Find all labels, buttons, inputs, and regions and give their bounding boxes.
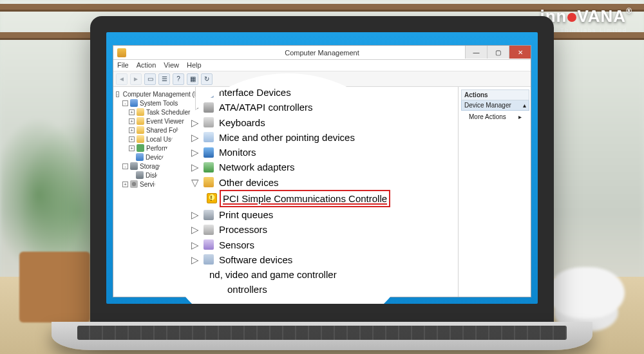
keyboard [77,326,567,340]
app-icon [117,48,126,57]
tools-icon [130,99,138,107]
actions-section-label: Device Manager [464,102,511,109]
mouse-icon [204,132,214,142]
expand-icon[interactable]: + [122,182,128,187]
folder-icon [137,135,144,143]
close-button[interactable]: ✕ [509,46,531,59]
cpu-icon [204,225,214,235]
tree-system-tools[interactable]: System Tools [140,100,178,107]
dev-label: Print queues [219,207,273,222]
menu-view[interactable]: View [164,61,179,70]
dev-cat-monitors[interactable]: ▷Monitors [191,145,410,160]
menu-action[interactable]: Action [137,61,156,70]
printer-icon [204,210,214,220]
show-hide-tree-button[interactable]: ▭ [144,73,156,85]
ata-icon [204,102,214,113]
expand-icon[interactable]: ▽ [191,175,198,190]
menu-file[interactable]: File [117,61,129,70]
expand-icon[interactable]: + [129,118,135,124]
help-button[interactable]: ? [173,73,184,85]
dev-label: Monitors [219,145,256,160]
scan-button[interactable]: ▦ [187,73,198,85]
dev-label-highlighted: PCI Simple Communications Controlle [220,190,390,207]
collapse-icon[interactable]: ▷ [191,238,198,252]
maximize-button[interactable]: ▢ [487,46,509,59]
collapse-icon[interactable]: ▷ [191,115,198,130]
dev-label: nd, video and game controller [209,267,337,282]
more-actions-label: More Actions [469,113,506,120]
folder-icon [137,108,144,116]
services-icon [130,180,138,188]
device-mgr-icon [136,153,144,161]
titlebar[interactable]: Computer Management — ▢ ✕ [113,46,531,60]
sensor-icon [204,239,214,250]
dev-cat-keyboards[interactable]: ▷Keyboards [191,115,410,130]
laptop: Computer Management — ▢ ✕ File Action Vi… [90,16,554,335]
expand-icon[interactable]: + [129,136,135,142]
dev-label: Sensors [219,238,254,252]
laptop-base [52,322,592,350]
dev-cat-software[interactable]: ▷Software devices [191,252,410,267]
dev-cat-print[interactable]: ▷Print queues [191,207,410,222]
actions-pane: Actions Device Manager ▴ More Actions ▸ [459,87,531,297]
collapse-icon[interactable]: ▷ [191,130,198,145]
dev-cat-sensors[interactable]: ▷Sensors [191,238,410,252]
refresh-button[interactable]: ↻ [201,73,213,85]
disk-icon [136,171,144,179]
collapse-icon[interactable]: ▷ [191,207,198,222]
back-button: ◄ [116,73,128,85]
expand-icon[interactable]: + [129,109,135,115]
dev-cat-usb[interactable]: ontrollers [191,282,410,297]
dev-label: Processors [219,222,267,237]
watermark-sub: Thinklabs Limited [560,27,627,33]
dev-label: Software devices [219,252,292,267]
dev-cat-processors[interactable]: ▷Processors [191,222,410,237]
folder-icon [137,117,144,125]
dev-label: ontrollers [227,282,267,297]
collapse-icon[interactable]: ▷ [191,145,198,160]
dev-label: ATA/ATAPI controllers [219,100,313,115]
collapse-icon[interactable]: ▷ [191,252,198,267]
tree-event-viewer[interactable]: Event Viewer [146,118,184,125]
tree-task-scheduler[interactable]: Task Scheduler [146,109,190,116]
storage-icon [130,162,138,170]
collapse-icon[interactable]: ▴ [523,102,526,109]
coffee-cup [547,267,625,319]
dev-label: Mice and other pointing devices [219,130,355,145]
dev-label: Keyboards [219,115,265,130]
expand-icon[interactable]: + [129,145,135,151]
dev-cat-mice[interactable]: ▷Mice and other pointing devices [191,130,410,145]
dev-cat-network[interactable]: ▷Network adapters [191,160,410,174]
menu-help[interactable]: Help [187,61,202,70]
expand-icon[interactable]: + [129,127,135,133]
perf-icon [137,144,144,152]
actions-header: Actions [461,89,529,100]
dev-label: Other devices [219,175,279,190]
tree-root[interactable]: Computer Management (Local [123,91,196,98]
laptop-screen: Computer Management — ▢ ✕ File Action Vi… [106,32,538,304]
network-icon [204,162,214,172]
properties-button[interactable]: ☰ [158,73,170,85]
forward-button: ► [130,73,142,85]
brand-text-b: VANA [577,6,626,26]
dev-label: Network adapters [219,160,295,174]
dev-pci-simple-comm[interactable]: PCI Simple Communications Controlle [191,190,410,207]
expand-icon[interactable]: - [116,91,119,97]
actions-section[interactable]: Device Manager ▴ [461,100,529,111]
expand-icon[interactable]: - [122,163,128,169]
minimize-button[interactable]: — [465,46,487,59]
dev-cat-sound[interactable]: nd, video and game controller [191,267,410,282]
more-actions[interactable]: More Actions ▸ [461,111,529,122]
dev-cat-other[interactable]: ▽Other devices [191,175,410,190]
other-devices-icon [204,177,214,187]
chevron-right-icon: ▸ [518,113,522,120]
window-title: Computer Management [285,49,359,57]
dev-label: nterface Devices [219,85,291,100]
brand-dot-icon [567,13,576,22]
collapse-icon[interactable]: ▷ [191,160,198,174]
software-icon [204,254,214,265]
warning-icon [207,193,217,203]
menubar: File Action View Help [113,60,531,71]
collapse-icon[interactable]: ▷ [191,222,198,237]
expand-icon[interactable]: - [122,100,128,106]
